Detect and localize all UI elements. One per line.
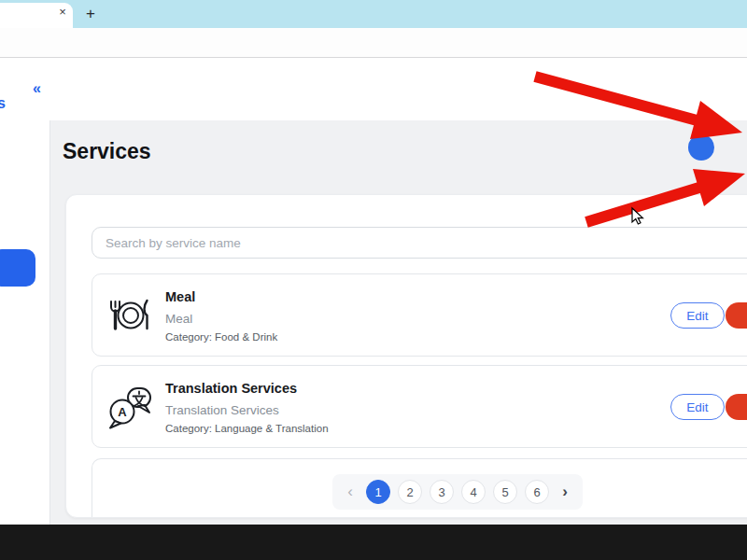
page-button-1[interactable]: 1: [366, 480, 390, 504]
sidebar-logo-fragment: s: [0, 95, 6, 112]
translation-bubbles-icon: A: [104, 381, 156, 433]
page-button-3[interactable]: 3: [430, 480, 454, 504]
taskbar: Search: [0, 525, 747, 560]
browser-toolbar: v.eventsinminutes.com/admin/services ☆: [0, 28, 747, 58]
service-category: Category: Language & Translation: [165, 423, 329, 434]
pagination-prev-icon[interactable]: ‹: [342, 483, 359, 501]
page-button-2[interactable]: 2: [398, 480, 422, 504]
add-service-button[interactable]: [688, 134, 714, 161]
service-title: Meal: [165, 289, 195, 304]
service-title: Translation Services: [165, 381, 297, 396]
sidebar-collapse-icon[interactable]: «: [33, 80, 41, 97]
delete-button[interactable]: [726, 302, 747, 329]
edit-button[interactable]: Edit: [670, 302, 725, 329]
service-subtitle: Meal: [165, 312, 192, 326]
page-button-5[interactable]: 5: [493, 480, 517, 504]
search-input[interactable]: [92, 227, 747, 259]
page-button-6[interactable]: 6: [525, 480, 549, 504]
new-tab-button[interactable]: +: [80, 4, 101, 24]
tab-close-icon[interactable]: ×: [55, 5, 70, 20]
service-subtitle: Translation Services: [165, 403, 279, 417]
page-button-4[interactable]: 4: [461, 480, 486, 504]
browser-tabstrip: × +: [0, 0, 747, 28]
admin-app: s « Services Meal: [0, 58, 747, 525]
delete-button[interactable]: [726, 394, 747, 420]
service-row-translation: A Translation Services Translation Servi…: [92, 365, 747, 448]
page-title: Services: [63, 139, 151, 164]
sidebar-item-services[interactable]: [0, 249, 35, 287]
pagination-next-icon[interactable]: ›: [557, 483, 573, 501]
pagination: ‹ 1 2 3 4 5 6 ›: [332, 474, 583, 510]
service-row-meal: Meal Meal Category: Food & Drink Edit: [92, 273, 747, 357]
service-category: Category: Food & Drink: [165, 331, 277, 343]
edit-button[interactable]: Edit: [670, 394, 725, 420]
translation-letter: A: [118, 405, 127, 419]
services-card: Meal Meal Category: Food & Drink Edit: [65, 194, 747, 518]
meal-plate-icon: [104, 289, 156, 342]
screen: × + v.eventsinminutes.com/admin/services…: [0, 0, 747, 560]
